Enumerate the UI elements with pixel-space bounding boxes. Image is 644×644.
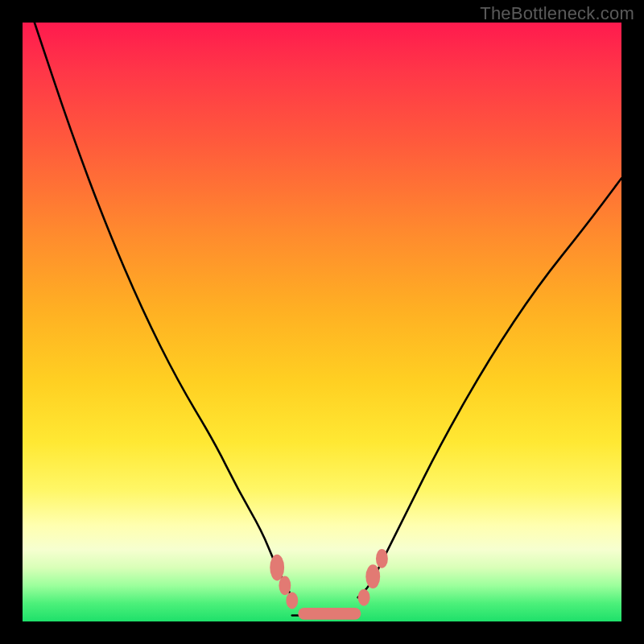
marker-0 <box>270 555 284 581</box>
series-left-curve <box>35 23 292 597</box>
marker-4 <box>358 589 370 606</box>
series-right-curve <box>358 178 621 597</box>
marker-1 <box>279 576 291 595</box>
watermark-text: TheBottleneck.com <box>480 3 634 24</box>
marker-layer <box>270 549 388 620</box>
marker-3 <box>298 608 361 620</box>
marker-6 <box>376 549 388 568</box>
marker-2 <box>286 592 298 609</box>
chart-frame: TheBottleneck.com <box>0 0 644 644</box>
marker-5 <box>365 564 380 588</box>
plot-area <box>23 23 621 621</box>
chart-svg <box>23 23 621 621</box>
curve-layer <box>35 23 621 616</box>
